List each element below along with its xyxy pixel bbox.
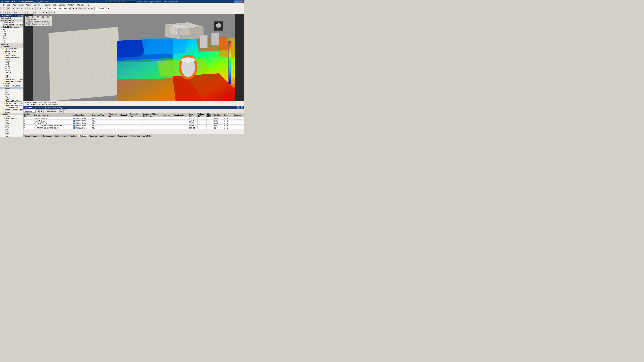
nav-internal-forces[interactable]: 📁 Internal Forces bbox=[0, 50, 23, 52]
deform-vis[interactable]: ↕ bbox=[30, 11, 34, 14]
nav-sigma-2m[interactable]: σ2,m bbox=[0, 72, 23, 74]
new-button[interactable]: 📄 bbox=[0, 7, 4, 10]
stop-button[interactable]: ■ bbox=[75, 7, 78, 10]
tab-members[interactable]: Members bbox=[68, 135, 78, 137]
nav-phix[interactable]: φx bbox=[0, 37, 23, 39]
nav-type-of-results[interactable]: ▶ Type of results bbox=[0, 19, 23, 22]
render-btn[interactable]: ◼ bbox=[45, 11, 48, 14]
members-vis[interactable]: ═ bbox=[8, 11, 11, 14]
zoom-fit-button[interactable]: ⊞ bbox=[31, 7, 34, 10]
tab-thicknesses[interactable]: Thicknesses bbox=[41, 135, 53, 137]
menu-cadbim[interactable]: CAD-BIM bbox=[76, 4, 85, 6]
iso-vis[interactable]: ≈ bbox=[34, 11, 37, 14]
restore-button[interactable]: □ bbox=[238, 0, 240, 3]
grid-btn[interactable]: # bbox=[53, 11, 56, 14]
snap-btn[interactable]: ⊕ bbox=[50, 11, 53, 14]
settings-menu[interactable]: Settings bbox=[57, 107, 63, 109]
nav-max-total-strains[interactable]: 📁 Maximum Total Strains bbox=[0, 102, 23, 104]
nodes-vis[interactable]: ● bbox=[0, 11, 4, 14]
nav-sigma-2-plus[interactable]: σ2+ bbox=[0, 65, 23, 67]
nav-contact-stresses[interactable]: 📁 Contact Stresses bbox=[0, 107, 23, 109]
view-orientation-combo[interactable]: 1 · Global XYZ bbox=[94, 7, 110, 10]
menu-edit[interactable]: Edit bbox=[6, 4, 11, 6]
menu-view[interactable]: View bbox=[12, 4, 18, 6]
surfaces-vis[interactable]: □ bbox=[11, 11, 14, 14]
table-row[interactable]: 7 273,274,388,403-397,470-459,275 Withou… bbox=[24, 127, 244, 129]
loads-vis[interactable]: ↓ bbox=[22, 11, 26, 14]
nav-sol-sy[interactable]: σy bbox=[0, 122, 23, 124]
menu-assign[interactable]: Assign bbox=[25, 4, 32, 6]
nav-basic-stresses-solids[interactable]: 📂 Basic Stresses bbox=[0, 117, 23, 120]
view-xz[interactable]: XZ bbox=[83, 7, 86, 10]
3d-viewport[interactable]: CO2 · LC1 + LC2 + LC3 + LC4 Loads [kN/m²… bbox=[24, 14, 244, 101]
nav-pin-button[interactable]: 📌 bbox=[18, 15, 20, 17]
nav-local-deformations[interactable]: 📁 Local Deformations bbox=[0, 48, 23, 50]
supports-vis[interactable]: ⊥ bbox=[18, 11, 21, 14]
zoom-in-button[interactable]: + bbox=[24, 7, 27, 10]
nav-final-results[interactable]: Final Results bbox=[0, 22, 23, 24]
tab-line-sets[interactable]: Line Sets bbox=[106, 135, 116, 137]
filter-fwd-btn[interactable]: ▶ bbox=[40, 109, 44, 113]
nav-epyy-plus[interactable]: εyy+ bbox=[0, 89, 23, 91]
tab-solid-sets[interactable]: Solid Sets bbox=[142, 135, 152, 137]
nav-sigma-z-plus[interactable]: σZ+ bbox=[0, 59, 23, 61]
nav-sol-sz[interactable]: σz bbox=[0, 124, 23, 126]
move-button[interactable]: ✥ bbox=[39, 7, 42, 10]
load-case-combo[interactable]: CO2 · LC1 + LC2 + LC3 + LC4 bbox=[43, 7, 70, 10]
table-row[interactable]: 1 16,17,28,65-47,18 Without Thick... Pla… bbox=[24, 117, 244, 120]
print-button[interactable]: 🖨 bbox=[12, 7, 15, 10]
menu-insert[interactable]: Insert bbox=[18, 4, 24, 6]
nav-basic-stresses[interactable]: 📁 Basic Stresses bbox=[0, 54, 23, 56]
nav-solids[interactable]: ▼ Solids bbox=[0, 113, 23, 115]
nav-ux[interactable]: ux bbox=[0, 30, 23, 32]
table-row[interactable]: 4 4-9,268,37-58,270 Without Thick... Pla… bbox=[24, 122, 244, 124]
nav-sigma-1-minus[interactable]: σ1- bbox=[0, 63, 23, 65]
nav-stresses-surf[interactable]: 📂 Stresses bbox=[0, 52, 23, 54]
zoom-out-button[interactable]: − bbox=[28, 7, 31, 10]
nav-global-deformations[interactable]: ▼ Global Deformations bbox=[0, 26, 23, 28]
open-button[interactable]: 📂 bbox=[4, 7, 7, 10]
nav-elastic-stress[interactable]: 📁 Elastic Stress Components bbox=[0, 78, 23, 80]
nav-phiy[interactable]: φy bbox=[0, 39, 23, 41]
menu-file[interactable]: File bbox=[1, 4, 6, 6]
nav-gamma[interactable]: γ bbox=[0, 96, 23, 98]
filter-btn[interactable]: ⊞ bbox=[59, 109, 63, 113]
close-button[interactable]: ✕ bbox=[240, 0, 243, 3]
nav-sol-txz[interactable]: τxz bbox=[0, 133, 23, 135]
view-yz[interactable]: YZ bbox=[86, 7, 90, 10]
filter-back-btn[interactable]: ◀ bbox=[36, 109, 40, 113]
basic-objects-btn[interactable]: Basic Objects bbox=[46, 109, 57, 113]
nav-shape[interactable]: 📁 Shape bbox=[0, 111, 23, 113]
undo-button[interactable]: ↩ bbox=[16, 7, 20, 10]
solids-vis[interactable]: ▣ bbox=[14, 11, 18, 14]
nav-sol-sx[interactable]: σx bbox=[0, 120, 23, 122]
menu-tools[interactable]: Tools bbox=[51, 4, 58, 6]
edit-menu[interactable]: Edit bbox=[40, 107, 42, 109]
nav-uy[interactable]: uy bbox=[0, 32, 23, 35]
select-button[interactable]: ↗ bbox=[36, 7, 39, 10]
table-maximize-btn[interactable]: □ bbox=[237, 106, 240, 109]
tab-solids[interactable]: Solids bbox=[98, 135, 106, 137]
nav-surfaces[interactable]: ▼ Surfaces bbox=[0, 45, 23, 48]
nav-equiv-stresses[interactable]: 📁 Equivalent Stresses bbox=[0, 80, 23, 83]
nav-principal-stresses[interactable]: 📂 Principal Stresses bbox=[0, 56, 23, 59]
tab-tables[interactable]: Tables bbox=[24, 135, 31, 137]
nav-uz[interactable]: uz bbox=[0, 35, 23, 37]
nav-sigma-1m[interactable]: σ1,m bbox=[0, 69, 23, 72]
goto-menu[interactable]: Go To bbox=[34, 107, 38, 109]
table-close-btn[interactable]: ✕ bbox=[241, 106, 243, 109]
tab-surface-sets[interactable]: Surface Sets bbox=[129, 135, 142, 137]
nav-isotropic[interactable]: 📁 Isotropic Characteristics bbox=[0, 109, 23, 111]
tab-lines[interactable]: Lines bbox=[61, 135, 68, 137]
nav-phiz[interactable]: φz bbox=[0, 41, 23, 43]
nav-differences[interactable]: Differences to initial state bbox=[0, 24, 23, 26]
nav-epx-plus[interactable]: εpx+ bbox=[0, 87, 23, 89]
nav-exx-minus[interactable]: εxx- bbox=[0, 91, 23, 93]
save-button[interactable]: 💾 bbox=[8, 7, 11, 10]
table-row[interactable]: 5 1,2,4,171,270,65-28,13,66,69,262,265,2… bbox=[24, 124, 244, 127]
nav-eyy-minus[interactable]: εyy- bbox=[0, 93, 23, 96]
nav-basic-total-strains[interactable]: 📂 Basic Total Strains bbox=[0, 85, 23, 87]
nav-sigma-oc[interactable]: σOc bbox=[0, 67, 23, 69]
run-button[interactable]: ▶ bbox=[72, 7, 75, 10]
nav-sol-tyz[interactable]: τyz bbox=[0, 135, 23, 137]
